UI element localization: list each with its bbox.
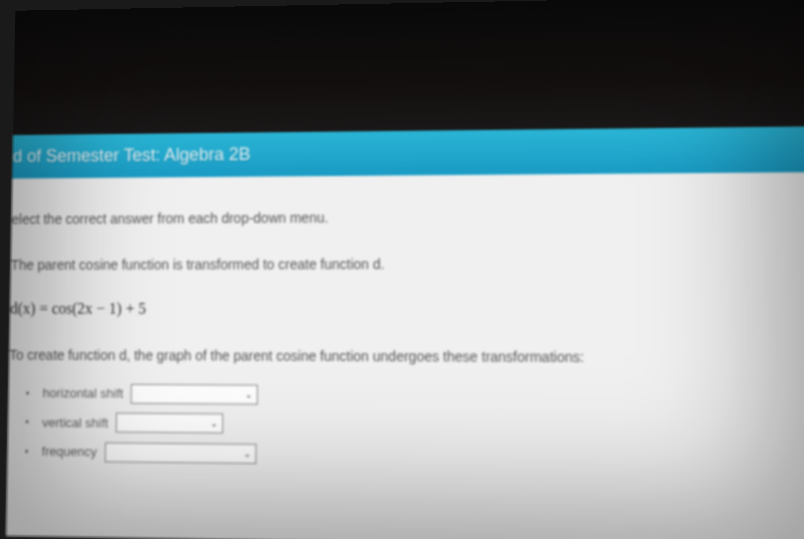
problem-line: The parent cosine function is transforme… — [11, 256, 385, 273]
list-item: vertical shift ⌄ — [25, 411, 804, 441]
chevron-down-icon: ⌄ — [211, 416, 219, 432]
chevron-down-icon: ⌄ — [245, 387, 253, 403]
list-item: horizontal shift ⌄ — [26, 382, 804, 411]
equation-display: d(x) = cos(2x − 1) + 5 — [10, 295, 804, 325]
horizontal-shift-label: horizontal shift — [43, 382, 124, 406]
question-content: elect the correct answer from each drop-… — [8, 172, 804, 472]
instruction-text: elect the correct answer from each drop-… — [11, 203, 804, 232]
problem-statement: The parent cosine function is transforme… — [11, 251, 804, 278]
horizontal-shift-dropdown[interactable]: ⌄ — [131, 384, 258, 405]
transformations-intro: To create function d, the graph of the p… — [9, 343, 804, 372]
frequency-label: frequency — [42, 440, 97, 464]
vertical-shift-label: vertical shift — [42, 411, 108, 435]
screen-content: d of Semester Test: Algebra 2B elect the… — [6, 126, 804, 539]
chevron-down-icon: ⌄ — [243, 445, 251, 461]
transformations-list: horizontal shift ⌄ vertical shift ⌄ freq… — [8, 382, 804, 472]
test-header: d of Semester Test: Algebra 2B — [12, 126, 804, 178]
photo-dark-area — [13, 0, 804, 135]
vertical-shift-dropdown[interactable]: ⌄ — [116, 413, 223, 434]
list-item: frequency ⌄ — [25, 440, 804, 472]
test-title: d of Semester Test: Algebra 2B — [13, 144, 251, 166]
frequency-dropdown[interactable]: ⌄ — [104, 442, 256, 464]
